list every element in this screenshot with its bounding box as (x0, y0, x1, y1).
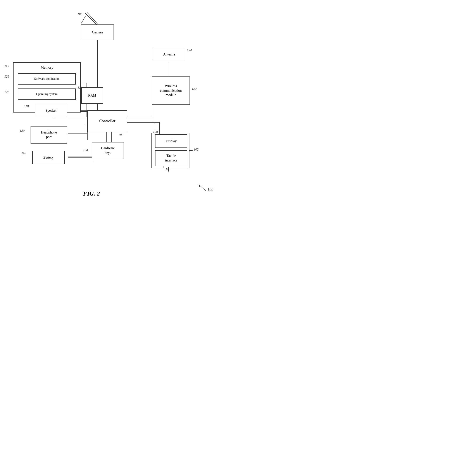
brace-svg (188, 133, 193, 168)
ref-118: 118 (24, 104, 28, 108)
controller-label: Controller (99, 119, 115, 124)
os-label: Operating system (36, 92, 57, 96)
battery-label: Battery (43, 155, 54, 160)
svg-marker-41 (199, 185, 200, 187)
camera-label: Camera (92, 30, 103, 35)
ref-105: 105 (78, 12, 83, 16)
software-app-box: Software application (18, 73, 76, 85)
wireless-label: Wirelesscommunicationmodule (160, 84, 182, 97)
camera-box: Camera (81, 25, 114, 40)
wireless-box: Wirelesscommunicationmodule (152, 76, 190, 105)
brace-container (188, 133, 193, 168)
ref-122: 122 (192, 87, 197, 91)
antenna-label: Antenna (163, 52, 175, 57)
speaker-box: Speaker (35, 104, 67, 117)
ref-104: 104 (83, 148, 88, 152)
svg-line-1 (85, 13, 97, 25)
ref-100: 100 (208, 188, 213, 192)
antenna-box: Antenna (153, 48, 185, 61)
ref-114: 114 (78, 86, 82, 89)
speaker-label: Speaker (45, 108, 57, 113)
software-app-label: Software application (34, 77, 59, 81)
ref-126: 126 (4, 90, 9, 94)
svg-line-21 (87, 13, 98, 24)
ref-128: 128 (4, 75, 9, 78)
device-group-box (151, 133, 188, 168)
ref-120: 120 (20, 129, 25, 133)
ref-110: 110 (166, 167, 170, 171)
os-box: Operating system (18, 88, 76, 100)
ref-102: 102 (194, 148, 199, 151)
controller-box: Controller (87, 110, 127, 132)
headphone-label: Headphoneport (41, 130, 57, 139)
hardware-keys-label: Hardwarekeys (101, 146, 115, 155)
headphone-box: Headphoneport (30, 126, 67, 144)
ref-116: 116 (21, 151, 26, 155)
ref-112: 112 (4, 64, 9, 68)
memory-title-label: Memory (41, 65, 54, 70)
ref-124: 124 (187, 48, 192, 52)
ram-label: RAM (88, 93, 96, 98)
hardware-keys-box: Hardwarekeys (92, 142, 124, 159)
camera-ref-line (74, 12, 92, 25)
svg-line-40 (199, 185, 206, 191)
ram-box: RAM (81, 88, 103, 104)
battery-box: Battery (32, 151, 65, 164)
ref-106: 106 (118, 133, 123, 137)
svg-line-58 (196, 181, 210, 188)
figure-caption: FIG. 2 (83, 190, 100, 197)
diagram-container: Camera 105 112 Memory Software applicati… (0, 0, 238, 234)
